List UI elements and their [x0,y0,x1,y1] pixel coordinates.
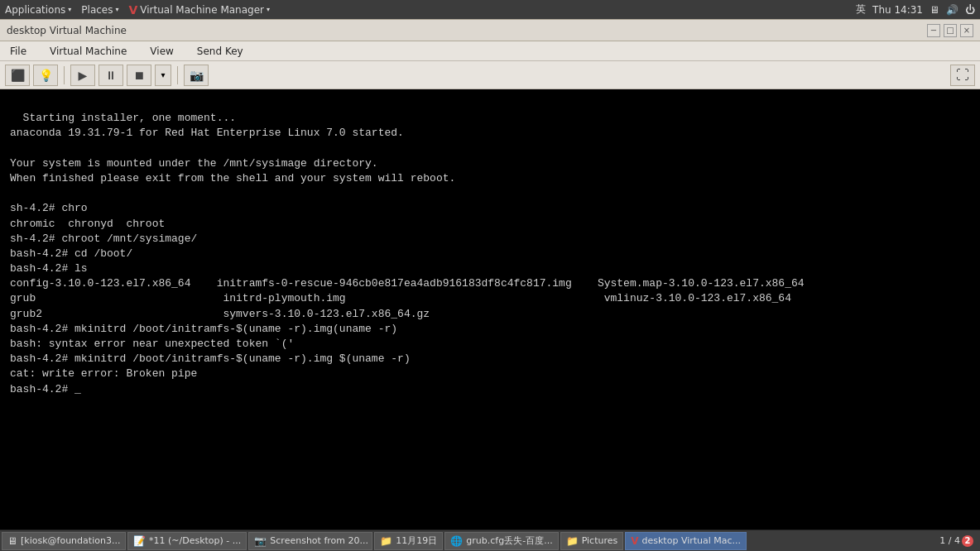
pause-icon: ⏸ [105,69,117,82]
window-title: desktop Virtual Machine [7,25,127,36]
language-indicator[interactable]: 英 [856,2,866,17]
title-bar: desktop Virtual Machine − □ × [0,20,980,41]
window-chrome: desktop Virtual Machine − □ × File Virtu… [0,19,980,89]
lightbulb-button[interactable]: 💡 [33,65,58,86]
applications-label: Applications [5,4,65,16]
terminal[interactable]: Starting installer, one moment... anacon… [0,89,980,530]
datetime-display: Thu 14:31 [872,4,923,16]
system-bar-left: Applications ▾ Places ▾ V Virtual Machin… [5,3,270,17]
taskbar-item-vmm[interactable]: V desktop Virtual Mac... [625,532,747,550]
taskbar-item-browser[interactable]: 🌐 grub.cfg丢失-百度... [444,532,558,550]
vmm-menu[interactable]: V Virtual Machine Manager ▾ [129,3,271,17]
toolbar-sep-2 [177,66,178,84]
places-label: Places [81,4,113,16]
taskbar: 🖥 [kiosk@foundation3... 📝 *11 (~/Desktop… [0,529,980,551]
vmm-arrow: ▾ [267,6,270,13]
vmm-tb-label: desktop Virtual Mac... [642,535,742,546]
terminal-content: Starting installer, one moment... anacon… [10,112,805,395]
monitor-icon: ⬛ [11,69,25,82]
pictures-label: Pictures [582,535,618,546]
title-bar-controls: − □ × [927,24,973,37]
taskbar-item-pictures[interactable]: 📁 Pictures [560,532,624,550]
power-dropdown[interactable]: ▾ [155,65,171,86]
taskbar-pager: 1 / 4 2 [934,535,978,547]
toolbar: ⬛ 💡 ▶ ⏸ ⏹ ▾ 📷 ⛶ [0,61,980,89]
maximize-button[interactable]: □ [944,24,957,37]
play-button[interactable]: ▶ [70,65,95,86]
applications-menu[interactable]: Applications ▾ [5,4,71,16]
vmm-tb-icon: V [631,535,638,547]
stop-button[interactable]: ⏹ [127,65,151,86]
pager-text: 1 / 4 [939,535,960,546]
menu-bar: File Virtual Machine View Send Key [0,41,980,61]
editor-label: *11 (~/Desktop) - ... [149,535,241,546]
kiosk-label: [kiosk@foundation3... [21,535,120,546]
screenshot-button[interactable]: 📷 [184,65,209,86]
places-arrow: ▾ [115,6,118,13]
power-icon[interactable]: ⏻ [965,4,975,16]
places-menu[interactable]: Places ▾ [81,4,118,16]
kiosk-icon: 🖥 [7,535,17,547]
screenshot-tb-icon: 📷 [254,535,267,547]
screenshot-label: Screenshot from 20... [270,535,368,546]
screenshot-icon: 📷 [190,69,204,82]
fullscreen-icon: ⛶ [956,67,969,83]
vmm-label: Virtual Machine Manager [140,4,264,16]
applications-arrow: ▾ [68,6,71,13]
browser-icon: 🌐 [450,535,463,547]
volume-icon[interactable]: 🔊 [946,4,958,16]
pause-button[interactable]: ⏸ [98,65,123,86]
browser-label: grub.cfg丢失-百度... [466,534,552,547]
taskbar-item-files[interactable]: 📁 11月19日 [374,532,443,550]
taskbar-item-kiosk[interactable]: 🖥 [kiosk@foundation3... [2,532,126,550]
play-icon: ▶ [79,69,88,82]
pager-badge: 2 [962,535,973,547]
file-menu[interactable]: File [5,44,31,59]
system-bar: Applications ▾ Places ▾ V Virtual Machin… [0,0,980,19]
monitor-button[interactable]: ⬛ [5,65,30,86]
taskbar-item-screenshot[interactable]: 📷 Screenshot from 20... [248,532,372,550]
system-bar-right: 英 Thu 14:31 🖥 🔊 ⏻ [856,2,975,17]
view-menu[interactable]: View [145,44,178,59]
editor-icon: 📝 [133,535,146,547]
lightbulb-icon: 💡 [39,69,53,82]
pictures-icon: 📁 [566,535,579,547]
close-button[interactable]: × [960,24,973,37]
fullscreen-button[interactable]: ⛶ [950,65,975,86]
taskbar-item-editor[interactable]: 📝 *11 (~/Desktop) - ... [127,532,247,550]
display-icon[interactable]: 🖥 [930,4,939,16]
stop-icon: ⏹ [133,69,145,82]
files-icon: 📁 [380,535,392,547]
toolbar-sep-1 [64,66,65,84]
vmm-icon: V [129,3,138,17]
minimize-button[interactable]: − [927,24,940,37]
files-label: 11月19日 [396,534,437,547]
send-key-menu[interactable]: Send Key [192,44,248,59]
virtual-machine-menu[interactable]: Virtual Machine [45,44,132,59]
